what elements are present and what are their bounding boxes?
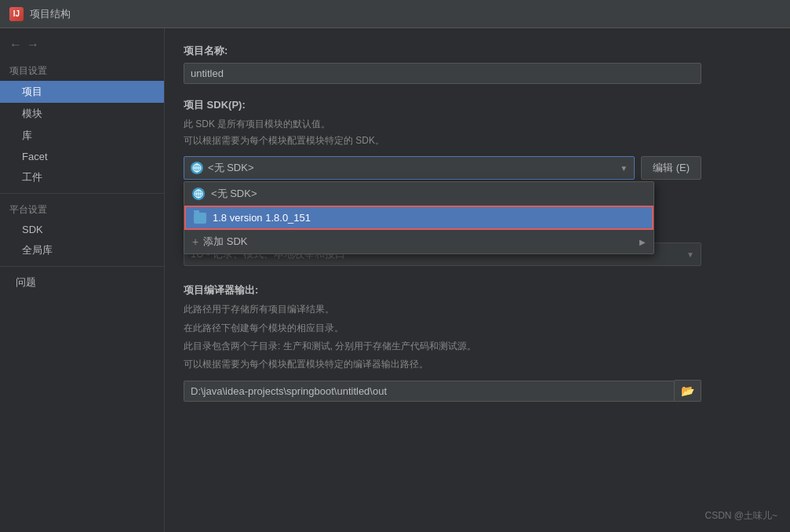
- compiler-desc2: 在此路径下创建每个模块的相应目录。: [184, 321, 771, 336]
- path-browse-icon: 📂: [681, 384, 694, 397]
- sdk-row: <无 SDK> ▼ 编辑 (E) <无 SDK>: [184, 156, 701, 180]
- main-layout: ← → 项目设置 项目 模块 库 Facet 工件 平台设置 SDK 全局库 问…: [0, 28, 790, 532]
- watermark: CSDN @土味儿~: [704, 509, 777, 523]
- sdk-dropdown[interactable]: <无 SDK> ▼: [184, 156, 635, 180]
- sdk-option-no-sdk[interactable]: <无 SDK>: [184, 182, 653, 206]
- sdk-dropdown-left: <无 SDK>: [191, 161, 254, 175]
- title-bar: IJ 项目结构: [0, 0, 790, 28]
- path-row: 📂: [184, 380, 701, 402]
- project-name-input[interactable]: [184, 63, 701, 84]
- compiler-desc4: 可以根据需要为每个模块配置模块特定的编译器输出路径。: [184, 357, 771, 372]
- path-browse-button[interactable]: 📂: [675, 380, 701, 402]
- sdk-chevron-icon: ▼: [620, 164, 628, 173]
- globe-icon: [191, 162, 203, 174]
- folder-icon: [194, 213, 206, 224]
- no-sdk-label: <无 SDK>: [211, 187, 257, 201]
- sidebar-item-modules[interactable]: 模块: [0, 103, 164, 125]
- compiler-desc3: 此目录包含两个子目录: 生产和测试, 分别用于存储生产代码和测试源。: [184, 339, 771, 354]
- sidebar-item-sdk[interactable]: SDK: [0, 220, 164, 239]
- project-sdk-label: 项目 SDK(P):: [184, 98, 771, 112]
- app-icon: IJ: [9, 7, 24, 21]
- project-sdk-desc2: 可以根据需要为每个模块配置模块特定的 SDK。: [184, 133, 771, 148]
- edit-sdk-button[interactable]: 编辑 (E): [641, 156, 701, 180]
- sidebar: ← → 项目设置 项目 模块 库 Facet 工件 平台设置 SDK 全局库 问…: [0, 28, 165, 532]
- nav-back-button[interactable]: ←: [9, 38, 22, 52]
- add-icon: +: [192, 236, 198, 247]
- project-sdk-section: 项目 SDK(P): 此 SDK 是所有项目模块的默认值。 可以根据需要为每个模…: [184, 98, 771, 266]
- sidebar-item-artifact[interactable]: 工件: [0, 166, 164, 188]
- compiler-output-section: 项目编译器输出: 此路径用于存储所有项目编译结果。 在此路径下创建每个模块的相应…: [184, 283, 771, 402]
- nav-arrows: ← →: [0, 36, 164, 60]
- sidebar-item-facet[interactable]: Facet: [0, 147, 164, 166]
- sidebar-item-problems[interactable]: 问题: [0, 271, 164, 293]
- sdk-dropdown-menu: <无 SDK> 1.8 version 1.8.0_151 + 添加 SDK ▶: [184, 181, 654, 254]
- compiler-desc1: 此路径用于存储所有项目编译结果。: [184, 302, 771, 317]
- title-bar-title: 项目结构: [30, 7, 71, 21]
- compiler-output-path-input[interactable]: [184, 381, 675, 402]
- sdk-selected-value: <无 SDK>: [208, 161, 254, 175]
- language-chevron-icon: ▼: [686, 250, 694, 259]
- project-sdk-desc1: 此 SDK 是所有项目模块的默认值。: [184, 117, 771, 132]
- project-settings-label: 项目设置: [0, 60, 164, 81]
- sdk-option-1-8[interactable]: 1.8 version 1.8.0_151: [184, 206, 653, 230]
- submenu-arrow-icon: ▶: [639, 238, 646, 246]
- sidebar-divider: [0, 193, 164, 194]
- compiler-output-label: 项目编译器输出:: [184, 283, 771, 297]
- content-area: 项目名称: 项目 SDK(P): 此 SDK 是所有项目模块的默认值。 可以根据…: [165, 28, 790, 532]
- sdk-1-8-label: 1.8 version 1.8.0_151: [213, 212, 311, 224]
- option-globe-icon: [192, 188, 205, 200]
- sidebar-item-global-lib[interactable]: 全局库: [0, 239, 164, 261]
- nav-forward-button[interactable]: →: [27, 38, 39, 52]
- add-sdk-item[interactable]: + 添加 SDK ▶: [184, 230, 653, 253]
- add-sdk-label: 添加 SDK: [203, 235, 247, 249]
- platform-settings-label: 平台设置: [0, 199, 164, 220]
- sidebar-item-project[interactable]: 项目: [0, 81, 164, 103]
- sidebar-divider-2: [0, 266, 164, 267]
- project-name-label: 项目名称:: [184, 44, 771, 58]
- sidebar-item-library[interactable]: 库: [0, 125, 164, 147]
